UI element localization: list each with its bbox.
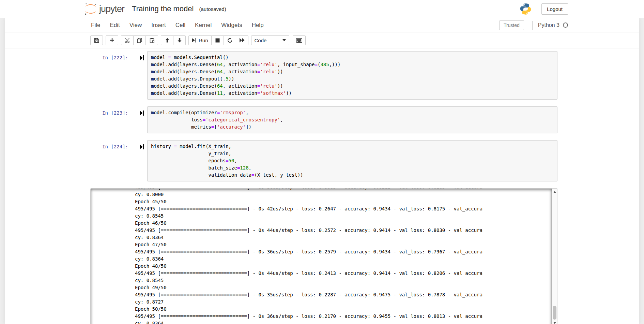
output-line: cy: 0.8364 bbox=[135, 320, 557, 324]
copy-cell-button[interactable] bbox=[133, 35, 146, 45]
menubar-right: Trusted Python 3 bbox=[499, 20, 568, 30]
checkpoint-status: (autosaved) bbox=[199, 6, 226, 12]
cell-prompt-column: In [222]: bbox=[90, 51, 147, 100]
output-line: 495/495 [==============================]… bbox=[135, 188, 557, 191]
menu-help[interactable]: Help bbox=[247, 19, 269, 32]
output-text: 495/495 [==============================]… bbox=[91, 188, 557, 324]
menu-bar: File Edit View Insert Cell Kernel Widget… bbox=[5, 18, 639, 32]
jupyter-logo-icon bbox=[84, 2, 97, 15]
run-cell-button[interactable]: Run bbox=[188, 35, 212, 45]
menu-view[interactable]: View bbox=[125, 19, 147, 32]
code-line: validation_data=(X_test, y_test)) bbox=[151, 172, 554, 179]
kernel-idle-icon bbox=[563, 23, 568, 28]
output-scroll-area[interactable]: 495/495 [==============================]… bbox=[90, 188, 557, 324]
code-line: model.add(layers.Dropout(.5)) bbox=[151, 75, 554, 83]
scroll-down-arrow[interactable] bbox=[552, 320, 557, 324]
output-line: cy: 0.8000 bbox=[135, 191, 557, 198]
cut-icon bbox=[125, 38, 130, 43]
output-line: 495/495 [==============================]… bbox=[135, 291, 557, 298]
code-input-area[interactable]: model = models.Sequential()model.add(lay… bbox=[147, 51, 557, 100]
add-cell-icon bbox=[110, 38, 114, 43]
move-down-icon bbox=[177, 38, 182, 43]
run-button-label: Run bbox=[199, 38, 208, 43]
menu-edit[interactable]: Edit bbox=[105, 19, 124, 32]
output-line: Epoch 45/50 bbox=[135, 198, 557, 205]
output-scrollbar[interactable] bbox=[552, 189, 557, 324]
python-logo-icon bbox=[519, 3, 532, 15]
menu-kernel[interactable]: Kernel bbox=[190, 19, 216, 32]
save-button[interactable] bbox=[90, 35, 103, 45]
cut-cell-button[interactable] bbox=[121, 35, 134, 45]
paste-cell-button[interactable] bbox=[145, 35, 158, 45]
run-all-icon bbox=[240, 38, 245, 43]
output-line: 495/495 [==============================]… bbox=[135, 205, 557, 212]
code-line: batch_size=128, bbox=[151, 164, 554, 172]
code-line: metrics=['accuracy']) bbox=[151, 123, 554, 131]
stop-icon bbox=[215, 38, 220, 43]
code-line: loss='categorical_crossentropy', bbox=[151, 116, 554, 123]
cell-type-dropdown[interactable]: Code bbox=[251, 35, 289, 45]
code-line: y_train, bbox=[151, 150, 554, 157]
output-line: cy: 0.8545 bbox=[135, 277, 557, 284]
code-cell[interactable]: In [223]: model.compile(optimizer='rmspr… bbox=[90, 106, 557, 133]
notebook-area: In [222]: model = models.Sequential()mod… bbox=[5, 48, 639, 324]
code-line: model.add(layers.Dense(11, activation='s… bbox=[151, 90, 554, 97]
move-cell-up-button[interactable] bbox=[161, 35, 173, 45]
restart-kernel-button[interactable] bbox=[224, 35, 236, 45]
code-line: model.add(layers.Dense(64, activation='r… bbox=[151, 83, 554, 90]
paste-icon bbox=[150, 38, 154, 43]
code-input-area[interactable]: history = model.fit(X_train, y_train, ep… bbox=[147, 140, 557, 181]
output-line: cy: 0.8727 bbox=[135, 298, 557, 306]
command-palette-button[interactable] bbox=[293, 35, 306, 45]
scroll-up-arrow[interactable] bbox=[552, 189, 557, 195]
output-line: cy: 0.8364 bbox=[135, 255, 557, 263]
code-cell[interactable]: In [222]: model = models.Sequential()mod… bbox=[90, 51, 557, 100]
jupyter-notebook-app: jupyter Training the model (autosaved) L… bbox=[0, 0, 644, 324]
output-line: 495/495 [==============================]… bbox=[135, 270, 557, 277]
output-line: Epoch 47/50 bbox=[135, 241, 557, 248]
input-prompt: In [224]: bbox=[90, 140, 147, 150]
save-icon bbox=[94, 38, 99, 43]
menu-cell[interactable]: Cell bbox=[171, 19, 190, 32]
code-cell[interactable]: In [224]: history = model.fit(X_train, y… bbox=[90, 140, 557, 181]
output-line: Epoch 48/50 bbox=[135, 263, 557, 270]
menu-widgets[interactable]: Widgets bbox=[216, 19, 247, 32]
logout-button[interactable]: Logout bbox=[541, 3, 568, 15]
cell-run-marker-icon bbox=[140, 55, 144, 60]
add-cell-button[interactable] bbox=[106, 35, 118, 45]
restart-icon bbox=[227, 38, 232, 43]
move-up-icon bbox=[165, 38, 170, 43]
menu-file[interactable]: File bbox=[86, 19, 105, 32]
output-line: cy: 0.8364 bbox=[135, 234, 557, 241]
code-line: model.add(layers.Dense(64, activation='r… bbox=[151, 68, 554, 75]
notebook-header: jupyter Training the model (autosaved) L… bbox=[0, 0, 644, 18]
cell-run-marker-icon bbox=[140, 111, 144, 116]
keyboard-icon bbox=[296, 38, 302, 43]
interrupt-kernel-button[interactable] bbox=[211, 35, 224, 45]
menu-insert[interactable]: Insert bbox=[147, 19, 171, 32]
copy-icon bbox=[137, 38, 142, 43]
input-prompt: In [222]: bbox=[90, 51, 147, 61]
code-input-area[interactable]: model.compile(optimizer='rmsprop', loss=… bbox=[147, 106, 557, 133]
scroll-thumb[interactable] bbox=[553, 306, 556, 320]
run-icon bbox=[192, 38, 196, 43]
code-line: model = models.Sequential() bbox=[151, 54, 554, 61]
notebook-title[interactable]: Training the model bbox=[132, 4, 194, 13]
notebook-container: File Edit View Insert Cell Kernel Widget… bbox=[5, 18, 639, 324]
output-line: cy: 0.8545 bbox=[135, 212, 557, 220]
cells: In [222]: model = models.Sequential()mod… bbox=[90, 51, 639, 181]
menubar-divider bbox=[532, 21, 533, 30]
code-line: model.compile(optimizer='rmsprop', bbox=[151, 109, 554, 116]
jupyter-logo[interactable]: jupyter bbox=[84, 2, 124, 15]
code-line: epochs=50, bbox=[151, 157, 554, 164]
output-line: Epoch 50/50 bbox=[135, 306, 557, 313]
trusted-button[interactable]: Trusted bbox=[499, 20, 524, 30]
move-cell-down-button[interactable] bbox=[173, 35, 186, 45]
output-line: Epoch 46/50 bbox=[135, 220, 557, 227]
kernel-name: Python 3 bbox=[538, 22, 559, 28]
cell-run-marker-icon bbox=[140, 144, 144, 149]
toolbar: Run Code bbox=[5, 32, 639, 48]
caret-down-icon bbox=[282, 39, 286, 41]
restart-run-all-button[interactable] bbox=[236, 35, 248, 45]
output-line: 495/495 [==============================]… bbox=[135, 313, 557, 320]
